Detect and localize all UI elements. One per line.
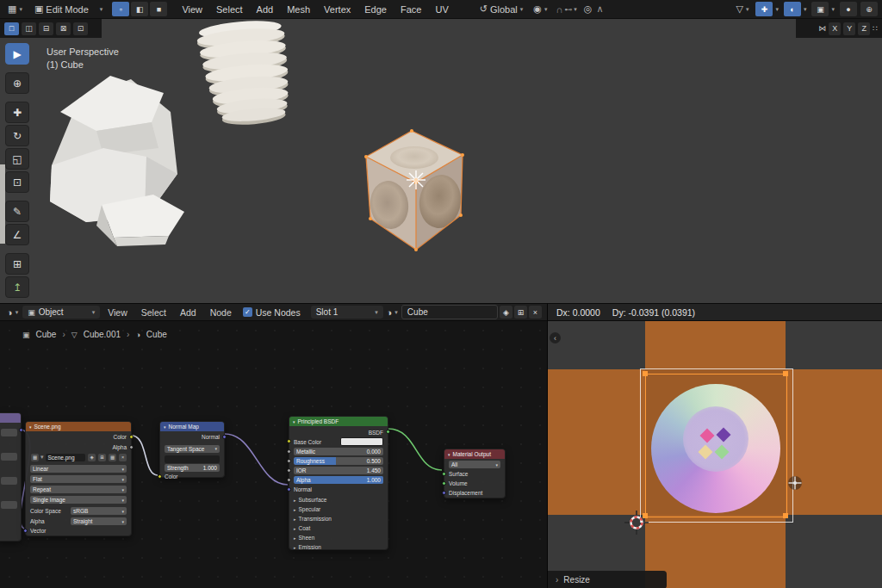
socket-color-in[interactable] (158, 474, 162, 479)
menu-edge[interactable]: Edge (357, 0, 394, 19)
unlink-material-button[interactable]: × (529, 306, 542, 319)
extension-dropdown[interactable]: Repeat▾ (30, 486, 127, 493)
shader-editor-type-dropdown[interactable]: ◑ ▾ (4, 305, 21, 320)
screw-object[interactable] (196, 19, 292, 128)
image-texture-node[interactable]: ▾ Scene.png Color Alpha ▦ ▾ Scene.png ◈ … (25, 421, 132, 536)
section-emission[interactable]: ▸Emission (294, 544, 321, 550)
select-mode-vertex[interactable]: ▫ (112, 2, 129, 16)
tool-annotate[interactable]: ✎ (5, 201, 29, 222)
strength-slider[interactable]: Strength 1.000 (165, 464, 220, 472)
uv-canvas[interactable]: ‹ › Resize (548, 321, 882, 588)
image-open-icon[interactable]: ▦ (109, 454, 116, 461)
chevron-down-icon[interactable]: ▾ (574, 6, 577, 13)
chevron-down-icon[interactable]: ▾ (40, 454, 44, 461)
section-sheen[interactable]: ▸Sheen (294, 535, 314, 541)
new-material-button[interactable]: ⊞ (514, 306, 527, 319)
menu-add[interactable]: Add (250, 0, 281, 19)
show-overlays-toggle[interactable]: ◐ (784, 2, 801, 16)
node-menu-node[interactable]: Node (204, 307, 238, 318)
object-visibility-dropdown[interactable]: ▽ ▾ (734, 2, 750, 17)
image-name-field[interactable]: Scene.png (46, 454, 85, 461)
socket-ior-in[interactable] (287, 468, 291, 473)
uv-map-field[interactable] (165, 455, 220, 463)
space-dropdown[interactable]: Tangent Space▾ (165, 445, 220, 453)
socket-alpha-in[interactable] (287, 478, 291, 482)
socket-base-color-in[interactable] (287, 439, 291, 443)
uv-2d-cursor[interactable] (624, 511, 649, 535)
operator-panel-resize[interactable]: › Resize (548, 571, 667, 588)
tool-measure[interactable]: ∠ (5, 224, 29, 245)
normal-map-node[interactable]: ▾ Normal Map Normal Tangent Space▾ Stren… (159, 421, 225, 478)
collapse-icon[interactable]: ▾ (29, 424, 32, 430)
transform-orientation-dropdown[interactable]: ↺ Global ▾ (478, 2, 525, 17)
material-name-field[interactable]: Cube (401, 305, 498, 319)
section-subsurface[interactable]: ▸Subsurface (294, 497, 326, 503)
uv-selection-outline[interactable] (645, 374, 787, 517)
base-color-swatch[interactable] (340, 437, 383, 446)
node-canvas[interactable]: ▣ Cube › ▽ Cube.001 › ◑ Cube (0, 321, 547, 588)
show-gizmo-toggle[interactable]: ✚ (755, 2, 773, 16)
menu-view[interactable]: View (175, 0, 209, 19)
material-slot-dropdown[interactable]: Slot 1 ▾ (311, 306, 383, 319)
alpha-mode-dropdown[interactable]: Straight▾ (71, 517, 127, 525)
tool-scale[interactable]: ◱ (5, 148, 29, 170)
socket-displacement-in[interactable] (442, 491, 446, 495)
chevron-down-icon[interactable]: ▾ (775, 6, 779, 13)
menu-face[interactable]: Face (394, 0, 428, 19)
tool-transform[interactable]: ⊡ (5, 171, 29, 193)
node-menu-view[interactable]: View (102, 307, 134, 318)
socket-color-out[interactable] (129, 435, 134, 439)
socket-vector-out[interactable] (19, 428, 23, 432)
falloff-curve-icon[interactable]: ∧ (596, 3, 603, 15)
snap-magnet-icon[interactable]: ∩ (556, 4, 562, 15)
menu-vertex[interactable]: Vertex (317, 0, 357, 19)
node-menu-add[interactable]: Add (174, 307, 202, 318)
shader-type-dropdown[interactable]: ▣ Object ▾ (22, 306, 100, 319)
material-browse-dropdown[interactable]: ◑ ▾ (385, 305, 400, 320)
alpha-slider[interactable]: Alpha 1.000 (294, 476, 383, 484)
fake-user-button[interactable]: ◈ (500, 306, 512, 319)
tool-cursor[interactable]: ⊕ (5, 72, 29, 94)
uv-corner-handle[interactable] (643, 371, 648, 376)
image-unlink-icon[interactable]: × (119, 454, 127, 461)
tool-add-cube[interactable]: ⊞ (5, 253, 29, 275)
metallic-slider[interactable]: Metallic 0.000 (294, 448, 383, 455)
material-output-node[interactable]: ▾ Material Output All▾ Surface Volume Di… (444, 449, 506, 498)
select-mode-edge[interactable]: ◧ (131, 2, 148, 16)
ior-slider[interactable]: IOR 1.450 (294, 467, 383, 474)
tool-move[interactable]: ✚ (5, 102, 29, 123)
collapse-icon[interactable]: ▾ (448, 452, 450, 457)
color-space-dropdown[interactable]: sRGB▾ (71, 507, 127, 515)
shading-solid-button[interactable]: ● (840, 2, 857, 16)
socket-surface-in[interactable] (442, 472, 446, 476)
node-menu-select[interactable]: Select (135, 307, 172, 318)
socket-normal-in[interactable] (287, 487, 291, 492)
texture-coordinate-node-partial[interactable] (0, 412, 22, 542)
editor-type-dropdown[interactable]: ▦ ▾ (3, 2, 27, 17)
proportional-editing-icon[interactable]: ◎ (584, 3, 593, 15)
roughness-slider[interactable]: Roughness 0.500 (294, 457, 383, 465)
select-mode-face[interactable]: ■ (150, 2, 167, 16)
cube-object[interactable] (364, 129, 464, 251)
uv-corner-handle[interactable] (783, 371, 788, 376)
snap-settings-icon[interactable]: ⊷ (564, 5, 572, 14)
source-dropdown[interactable]: Single Image▾ (30, 496, 127, 504)
mode-dropdown[interactable]: ▣ Edit Mode ▾ (30, 2, 107, 17)
socket-metallic-in[interactable] (287, 449, 291, 454)
section-transmission[interactable]: ▸Transmission (294, 516, 332, 522)
use-nodes-checkbox[interactable]: ✓ (243, 307, 252, 317)
chevron-down-icon[interactable]: ▾ (831, 6, 835, 13)
image-pin-icon[interactable]: ◈ (88, 454, 96, 461)
xray-toggle[interactable]: ▣ (811, 2, 829, 16)
tool-rotate[interactable]: ↻ (5, 125, 29, 146)
chevron-down-icon[interactable]: ▾ (804, 6, 807, 13)
socket-vector-in[interactable] (23, 529, 28, 533)
menu-select[interactable]: Select (209, 0, 250, 19)
region-collapse-button[interactable]: ‹ (550, 332, 561, 344)
menu-uv[interactable]: UV (428, 0, 455, 19)
rock-object[interactable] (50, 76, 184, 246)
socket-normal-out[interactable] (222, 435, 227, 439)
tool-extrude[interactable]: ↥ (5, 276, 29, 298)
collapse-icon[interactable]: ▾ (293, 419, 295, 424)
target-dropdown[interactable]: All▾ (449, 461, 500, 468)
